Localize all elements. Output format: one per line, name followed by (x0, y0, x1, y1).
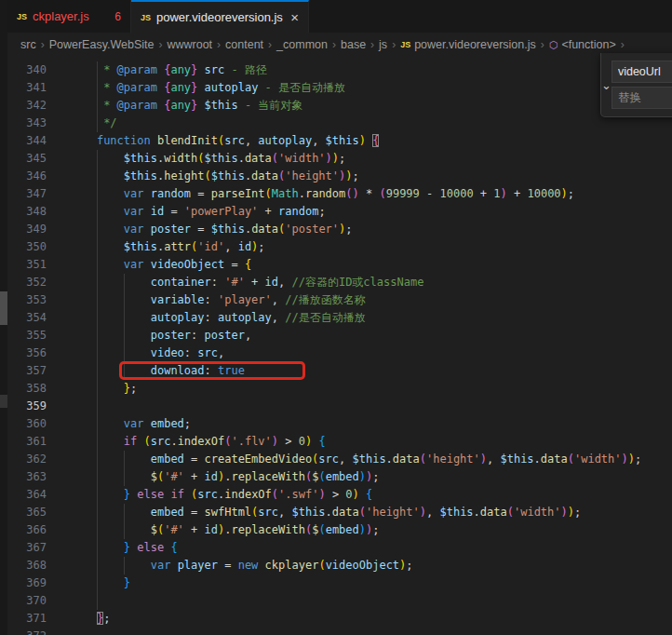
breadcrumb-separator-icon: › (392, 38, 396, 51)
code-line-354[interactable]: 354 autoplay: autoplay, //是否自动播放 (7, 309, 672, 327)
indent-guide (124, 327, 125, 345)
code-text: variable: 'player', //播放函数名称 (70, 291, 366, 309)
code-line-341[interactable]: 341 * @param {any} autoplay - 是否自动播放 (7, 79, 672, 97)
code-line-369[interactable]: 369 } (7, 574, 672, 592)
line-number: 368 (7, 557, 63, 574)
breadcrumb-item[interactable]: base (341, 38, 366, 51)
code-line-368[interactable]: 368 var player = new ckplayer(videoObjec… (7, 557, 672, 574)
code-line-342[interactable]: 342 * @param {any} $this - 当前对象 (7, 97, 672, 115)
overview-ruler-decoration (0, 395, 7, 408)
line-number: 365 (7, 504, 63, 521)
code-line-352[interactable]: 352 container: '#' + id, //容器的ID或classNa… (7, 274, 672, 291)
code-editor[interactable]: 340 * @param {any} src - 路径341 * @param … (7, 57, 672, 635)
code-line-370[interactable]: 370 (7, 592, 672, 610)
line-number: 359 (7, 398, 63, 415)
code-line-358[interactable]: 358 }; (7, 380, 672, 398)
editor-tab-bar: JS ckplayer.js 6 JS power.videoreversion… (7, 0, 672, 33)
code-line-372[interactable]: 372 (7, 628, 672, 635)
breadcrumb-item-label: <function> (561, 38, 615, 51)
indent-guide (97, 345, 98, 362)
line-number: 360 (7, 415, 63, 433)
annotation-red-box (119, 361, 305, 380)
code-line-365[interactable]: 365 embed = swfHtml(src, $this.data('hei… (7, 504, 672, 521)
code-line-361[interactable]: 361 if (src.indexOf('.flv') > 0) { (7, 433, 672, 451)
indent-guide (97, 274, 98, 291)
adjacent-editor-edge-strip (0, 0, 7, 635)
breadcrumb-item[interactable]: ⬡<function> (549, 38, 616, 51)
line-number: 346 (7, 168, 63, 185)
breadcrumb-item[interactable]: js (379, 38, 387, 51)
indent-guide (97, 61, 98, 79)
breadcrumb-separator-icon: › (217, 38, 221, 51)
breadcrumb-item[interactable]: PowerEasy.WebSite (49, 38, 155, 51)
toggle-replace-chevron-down-icon[interactable]: ⌄ (601, 53, 612, 116)
line-number: 361 (7, 433, 63, 451)
indent-guide (97, 150, 98, 168)
code-line-349[interactable]: 349 var poster = $this.data('poster'); (7, 221, 672, 238)
code-line-366[interactable]: 366 $('#' + id).replaceWith($(embed)); (7, 521, 672, 539)
code-text: } else { (70, 539, 178, 557)
code-line-364[interactable]: 364 } else if (src.indexOf('.swf') > 0) … (7, 486, 672, 504)
line-number: 362 (7, 451, 63, 468)
code-line-367[interactable]: 367 } else { (7, 539, 672, 557)
problems-count-badge: 6 (114, 10, 121, 23)
line-number: 364 (7, 486, 63, 504)
indent-guide (97, 592, 98, 610)
breadcrumb-separator-icon: › (268, 38, 272, 51)
find-input[interactable] (612, 61, 672, 83)
code-text: embed = createEmbedVideo(src, $this.data… (70, 451, 641, 468)
line-number: 372 (7, 628, 63, 635)
code-line-346[interactable]: 346 $this.height($this.data('height')); (7, 168, 672, 185)
tab-label: power.videoreversion.js (156, 10, 283, 24)
code-line-353[interactable]: 353 variable: 'player', //播放函数名称 (7, 291, 672, 309)
code-line-348[interactable]: 348 var id = 'powerPlay' + random; (7, 203, 672, 221)
tab-power-videoreversion[interactable]: JS power.videoreversion.js × (131, 0, 309, 33)
code-text: var poster = $this.data('poster'); (70, 221, 353, 238)
code-text: var embed; (70, 415, 191, 433)
indent-guide (97, 203, 98, 221)
breadcrumb-item-label: wwwroot (167, 38, 212, 51)
code-line-345[interactable]: 345 $this.width($this.data('width')); (7, 150, 672, 168)
breadcrumb-item[interactable]: wwwroot (167, 38, 212, 51)
code-text: $('#' + id).replaceWith($(embed)); (70, 468, 379, 486)
breadcrumb-item[interactable]: content (225, 38, 263, 51)
indent-guide (124, 451, 125, 468)
line-number: 353 (7, 291, 63, 309)
code-text: function blendInit(src, autoplay, $this)… (70, 132, 379, 150)
indent-guide (97, 291, 98, 309)
code-line-355[interactable]: 355 poster: poster, (7, 327, 672, 345)
line-number: 342 (7, 97, 63, 115)
code-line-359[interactable]: 359 (7, 398, 672, 415)
code-line-350[interactable]: 350 $this.attr('id', id); (7, 238, 672, 256)
breadcrumb-separator-icon: › (621, 38, 625, 51)
line-number: 347 (7, 185, 63, 203)
close-tab-icon[interactable]: × (290, 10, 299, 24)
breadcrumb-item[interactable]: JSpower.videoreversion.js (400, 38, 536, 51)
code-line-356[interactable]: 356 video: src, (7, 345, 672, 362)
code-text: }; (70, 380, 137, 398)
breadcrumb-separator-icon: › (332, 38, 336, 51)
line-number: 352 (7, 274, 63, 291)
tab-ckplayer[interactable]: JS ckplayer.js 6 (7, 0, 131, 33)
code-line-360[interactable]: 360 var embed; (7, 415, 672, 433)
replace-input[interactable] (612, 87, 672, 109)
line-number: 355 (7, 327, 63, 345)
code-line-343[interactable]: 343 */ (7, 115, 672, 132)
line-number: 348 (7, 203, 63, 221)
code-line-363[interactable]: 363 $('#' + id).replaceWith($(embed)); (7, 468, 672, 486)
line-number: 340 (7, 61, 63, 79)
code-line-344[interactable]: 344 function blendInit(src, autoplay, $t… (7, 132, 672, 150)
breadcrumb-separator-icon: › (158, 38, 162, 51)
code-line-357[interactable]: 357 download: true (7, 362, 672, 380)
breadcrumb-item-label: PowerEasy.WebSite (49, 38, 155, 51)
code-line-362[interactable]: 362 embed = createEmbedVideo(src, $this.… (7, 451, 672, 468)
breadcrumb-separator-icon: › (370, 38, 374, 51)
breadcrumb-item-label: src (20, 38, 36, 51)
code-line-371[interactable]: 371 }; (7, 610, 672, 628)
breadcrumb-item[interactable]: src (20, 38, 36, 51)
code-line-347[interactable]: 347 var random = parseInt(Math.random() … (7, 185, 672, 203)
breadcrumb-item[interactable]: _common (276, 38, 328, 51)
line-number: 371 (7, 610, 63, 628)
code-line-340[interactable]: 340 * @param {any} src - 路径 (7, 61, 672, 79)
code-line-351[interactable]: 351 var videoObject = { (7, 256, 672, 274)
